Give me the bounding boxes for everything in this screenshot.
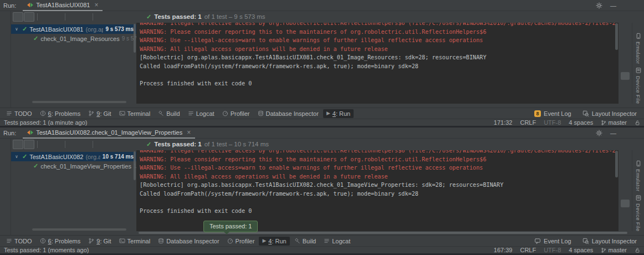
test-history[interactable]: [118, 140, 129, 149]
print[interactable]: [621, 212, 630, 220]
line-separator-widget[interactable]: CRLF: [520, 119, 536, 126]
soft-wrap[interactable]: [621, 60, 630, 68]
tool-strip-button[interactable]: Emulator: [635, 160, 642, 191]
scroll-to-end[interactable]: [621, 200, 630, 207]
layout-inspector-button[interactable]: Layout Inspector: [582, 238, 637, 244]
toolwindow-button[interactable]: 9: Git: [85, 109, 114, 118]
collapse-all[interactable]: [79, 12, 90, 22]
next-occurrence[interactable]: [621, 176, 630, 183]
separator[interactable]: [65, 13, 65, 21]
tree-vertical-scrollbar[interactable]: [134, 24, 136, 53]
test-tree-row[interactable]: ✓ check_01_ImageView_Properties 10 s 714…: [11, 161, 136, 171]
run-label: Run:: [3, 130, 16, 136]
test-tree-row[interactable]: ✓ check_01_Image_Resources 9 s 573 ms: [11, 34, 136, 43]
toolwindow-button[interactable]: 6: Problems: [37, 237, 84, 246]
tree-horizontal-scrollbar[interactable]: [32, 101, 126, 103]
sort-alphabetically[interactable]: [40, 140, 51, 149]
toolwindow-button[interactable]: 9: Git: [85, 237, 114, 246]
lock-icon[interactable]: [635, 247, 640, 253]
more-toolbar-options[interactable]: [129, 12, 140, 22]
lock-icon[interactable]: [635, 120, 640, 126]
show-passed[interactable]: [13, 140, 23, 149]
toolwindow-button[interactable]: ▶ 4: Run: [323, 109, 354, 118]
separator[interactable]: [93, 13, 93, 21]
hide-icon[interactable]: —: [610, 3, 616, 9]
chevron-down-icon[interactable]: ∨: [15, 154, 20, 159]
prev-occurrence[interactable]: [621, 164, 630, 171]
console-vertical-scrollbar[interactable]: [615, 151, 618, 177]
toolwindow-button[interactable]: Profiler: [224, 237, 258, 246]
collapse-all[interactable]: [79, 140, 90, 149]
soft-wrap[interactable]: [621, 187, 630, 195]
toolwindow-button[interactable]: Database Inspector: [254, 109, 322, 118]
toolwindow-button[interactable]: Build: [155, 109, 183, 118]
run-tab[interactable]: TestA1BasicUIX081 ×: [23, 0, 103, 11]
run-tab[interactable]: TestA1BasicUIX082.check_01_ImageView_Pro…: [23, 128, 195, 139]
event-log-button[interactable]: Event Log: [534, 238, 571, 244]
toolwindow-button[interactable]: TODO: [3, 109, 35, 118]
tab-close-icon[interactable]: ×: [187, 129, 191, 136]
encoding-widget[interactable]: UTF-8: [544, 119, 561, 126]
next-failed-test[interactable]: [107, 12, 117, 22]
clear-all[interactable]: [621, 223, 630, 231]
separator[interactable]: [65, 141, 65, 148]
tab-close-icon[interactable]: ×: [94, 1, 98, 9]
toolwindow-button[interactable]: 6: Problems: [37, 109, 84, 118]
chevron-down-icon[interactable]: ∨: [15, 27, 20, 32]
toolwindow-button[interactable]: ▶ 4: Run: [259, 237, 289, 246]
tool-strip-button[interactable]: Emulator: [635, 33, 642, 64]
show-ignored[interactable]: [24, 140, 34, 149]
magnify-icon: [582, 110, 589, 117]
console-output[interactable]: WARNING: Illegal reflective access by or…: [136, 23, 619, 104]
toolwindow-button[interactable]: Build: [291, 237, 319, 246]
test-history[interactable]: [118, 12, 129, 22]
encoding-widget[interactable]: UTF-8: [544, 247, 561, 254]
layout-inspector-button[interactable]: Layout Inspector: [582, 110, 637, 117]
previous-failed-test[interactable]: [96, 140, 106, 149]
toolwindow-button[interactable]: Terminal: [116, 237, 154, 246]
sort-by-duration[interactable]: [52, 140, 62, 149]
expand-all[interactable]: [68, 140, 79, 149]
tree-horizontal-scrollbar[interactable]: [32, 228, 126, 231]
hide-icon[interactable]: —: [610, 130, 616, 136]
gear-icon[interactable]: [596, 130, 602, 136]
line-separator-widget[interactable]: CRLF: [520, 247, 536, 254]
toolwindow-button[interactable]: Profiler: [219, 109, 253, 118]
tool-strip-button[interactable]: Device File Explorer: [635, 195, 642, 231]
caret-position-widget[interactable]: 171:32: [494, 119, 513, 126]
separator[interactable]: [93, 141, 93, 148]
toolwindow-button[interactable]: Logcat: [185, 109, 218, 118]
event-log-button[interactable]: 8 Event Log: [534, 110, 571, 117]
indent-widget[interactable]: 4 spaces: [569, 247, 593, 254]
show-passed[interactable]: [13, 12, 23, 22]
next-failed-test[interactable]: [107, 140, 117, 149]
scroll-to-end[interactable]: [621, 72, 630, 80]
clear-all[interactable]: [621, 96, 630, 104]
git-branch-widget[interactable]: master: [601, 119, 627, 126]
indent-widget[interactable]: 4 spaces: [569, 119, 593, 126]
tree-vertical-scrollbar[interactable]: [134, 151, 136, 180]
console-vertical-scrollbar[interactable]: [615, 23, 618, 50]
console-output[interactable]: WARNING: Illegal reflective access by or…: [136, 150, 619, 231]
toolwindow-button[interactable]: Database Inspector: [155, 237, 222, 246]
next-occurrence[interactable]: [621, 48, 630, 56]
gear-icon[interactable]: [596, 2, 602, 9]
expand-all[interactable]: [68, 12, 79, 22]
toolwindow-button[interactable]: Terminal: [116, 109, 154, 118]
separator[interactable]: [37, 141, 38, 148]
more-toolbar-options[interactable]: [129, 140, 140, 149]
prev-occurrence[interactable]: [621, 36, 630, 44]
separator[interactable]: [37, 13, 38, 21]
print[interactable]: [621, 84, 630, 92]
sort-alphabetically[interactable]: [40, 12, 51, 22]
caret-position-widget[interactable]: 167:39: [494, 247, 513, 254]
tool-strip-button[interactable]: Device File Explorer: [635, 67, 642, 104]
test-tree-row[interactable]: ∨ ✓ TestA1BasicUIX081 (org.aplas.basica …: [11, 24, 136, 34]
show-ignored[interactable]: [24, 12, 34, 22]
previous-failed-test[interactable]: [96, 12, 106, 22]
git-branch-widget[interactable]: master: [601, 247, 627, 254]
toolwindow-button[interactable]: Logcat: [320, 237, 354, 246]
sort-by-duration[interactable]: [52, 12, 62, 22]
test-tree-row[interactable]: ∨ ✓ TestA1BasicUIX082 (org.aplas.basica …: [11, 152, 136, 161]
toolwindow-button[interactable]: TODO: [3, 237, 35, 246]
